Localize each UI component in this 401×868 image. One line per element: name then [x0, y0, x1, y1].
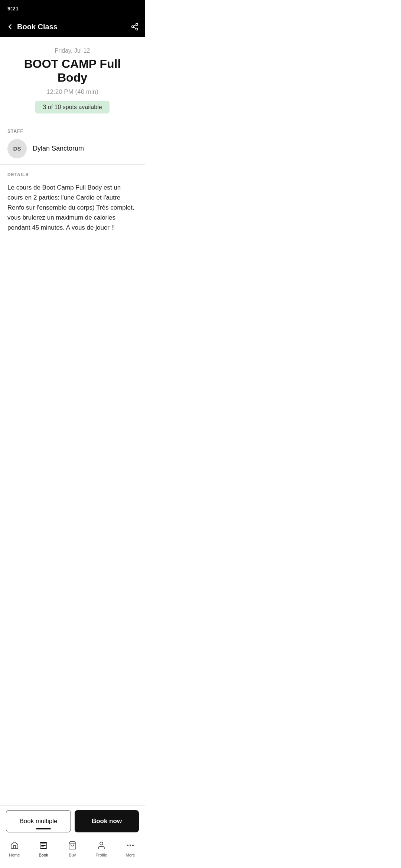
staff-section-label: STAFF	[7, 129, 137, 134]
back-button[interactable]	[6, 23, 14, 31]
status-bar: 9:21	[0, 0, 145, 16]
svg-line-4	[134, 25, 136, 26]
class-hero: Friday, Jul 12 BOOT CAMP Full Body 12:20…	[0, 37, 145, 121]
details-section-label: DETAILS	[7, 172, 137, 177]
status-time: 9:21	[7, 5, 19, 11]
class-date: Friday, Jul 12	[9, 47, 136, 54]
staff-initials: DS	[13, 145, 21, 152]
page-title: Book Class	[17, 23, 58, 31]
spots-available-badge: 3 of 10 spots available	[35, 101, 109, 114]
share-button[interactable]	[131, 23, 139, 31]
main-content: Friday, Jul 12 BOOT CAMP Full Body 12:20…	[0, 37, 145, 285]
header-left: Book Class	[6, 23, 58, 31]
staff-name: Dylan Sanctorum	[33, 145, 84, 152]
staff-row: DS Dylan Sanctorum	[7, 139, 137, 158]
class-name: BOOT CAMP Full Body	[9, 57, 136, 85]
staff-avatar: DS	[7, 139, 27, 158]
details-section: DETAILS Le cours de Boot Camp Full Body …	[0, 165, 145, 285]
header: Book Class	[0, 16, 145, 37]
details-description: Le cours de Boot Camp Full Body est un c…	[7, 183, 137, 233]
class-time: 12:20 PM (40 min)	[9, 88, 136, 96]
staff-section: STAFF DS Dylan Sanctorum	[0, 121, 145, 165]
svg-line-3	[134, 27, 136, 29]
